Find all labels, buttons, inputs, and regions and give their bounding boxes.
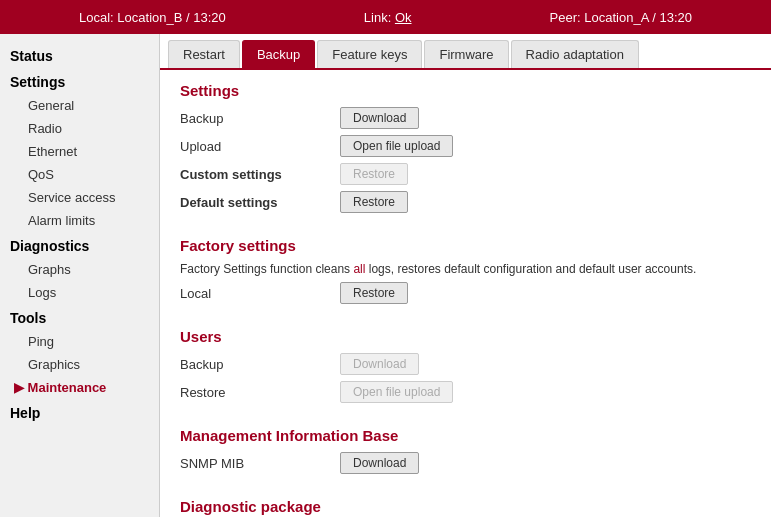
custom-restore-button[interactable]: Restore xyxy=(340,163,408,185)
sidebar-section-help[interactable]: Help xyxy=(0,399,159,425)
sidebar-item-qos[interactable]: QoS xyxy=(0,163,159,186)
peer-value: Location_A / 13:20 xyxy=(584,10,692,25)
mib-label: SNMP MIB xyxy=(180,456,340,471)
upload-button[interactable]: Open file upload xyxy=(340,135,453,157)
upload-label: Upload xyxy=(180,139,340,154)
link-value[interactable]: Ok xyxy=(395,10,412,25)
backup-download-button[interactable]: Download xyxy=(340,107,419,129)
sidebar-item-service-access[interactable]: Service access xyxy=(0,186,159,209)
peer-label: Peer: xyxy=(550,10,581,25)
users-restore-label: Restore xyxy=(180,385,340,400)
factory-all-text: all xyxy=(353,262,365,276)
link-info: Link: Ok xyxy=(364,10,412,25)
users-upload-button[interactable]: Open file upload xyxy=(340,381,453,403)
settings-section-title: Settings xyxy=(180,82,751,99)
local-info: Local: Location_B / 13:20 xyxy=(79,10,226,25)
factory-local-label: Local xyxy=(180,286,340,301)
users-backup-row: Backup Download xyxy=(180,353,751,375)
factory-restore-button[interactable]: Restore xyxy=(340,282,408,304)
top-bar: Local: Location_B / 13:20 Link: Ok Peer:… xyxy=(0,0,771,34)
local-label: Local: xyxy=(79,10,114,25)
main-layout: Status Settings General Radio Ethernet Q… xyxy=(0,34,771,517)
sidebar: Status Settings General Radio Ethernet Q… xyxy=(0,34,160,517)
default-settings-row: Default settings Restore xyxy=(180,191,751,213)
factory-local-row: Local Restore xyxy=(180,282,751,304)
peer-info: Peer: Location_A / 13:20 xyxy=(550,10,692,25)
tabs: Restart Backup Feature keys Firmware Rad… xyxy=(160,34,771,70)
sidebar-item-maintenance[interactable]: ▶ Maintenance xyxy=(0,376,159,399)
tab-feature-keys[interactable]: Feature keys xyxy=(317,40,422,68)
sidebar-section-status[interactable]: Status xyxy=(0,42,159,68)
upload-row: Upload Open file upload xyxy=(180,135,751,157)
sidebar-item-radio[interactable]: Radio xyxy=(0,117,159,140)
sidebar-item-ethernet[interactable]: Ethernet xyxy=(0,140,159,163)
custom-settings-row: Custom settings Restore xyxy=(180,163,751,185)
sidebar-item-graphics[interactable]: Graphics xyxy=(0,353,159,376)
custom-settings-label: Custom settings xyxy=(180,167,340,182)
users-download-button[interactable]: Download xyxy=(340,353,419,375)
sidebar-item-logs[interactable]: Logs xyxy=(0,281,159,304)
users-backup-label: Backup xyxy=(180,357,340,372)
default-settings-label: Default settings xyxy=(180,195,340,210)
users-section-title: Users xyxy=(180,328,751,345)
users-restore-row: Restore Open file upload xyxy=(180,381,751,403)
sidebar-item-graphs[interactable]: Graphs xyxy=(0,258,159,281)
tab-radio-adaptation[interactable]: Radio adaptation xyxy=(511,40,639,68)
factory-description: Factory Settings function cleans all log… xyxy=(180,262,751,276)
tab-firmware[interactable]: Firmware xyxy=(424,40,508,68)
local-value: Location_B / 13:20 xyxy=(117,10,225,25)
content-area: Restart Backup Feature keys Firmware Rad… xyxy=(160,34,771,517)
backup-row: Backup Download xyxy=(180,107,751,129)
sidebar-item-ping[interactable]: Ping xyxy=(0,330,159,353)
sidebar-section-diagnostics[interactable]: Diagnostics xyxy=(0,232,159,258)
sidebar-item-general[interactable]: General xyxy=(0,94,159,117)
factory-section-title: Factory settings xyxy=(180,237,751,254)
mib-row: SNMP MIB Download xyxy=(180,452,751,474)
sidebar-item-alarm-limits[interactable]: Alarm limits xyxy=(0,209,159,232)
link-label: Link: xyxy=(364,10,391,25)
backup-label: Backup xyxy=(180,111,340,126)
diag-section-title: Diagnostic package xyxy=(180,498,751,515)
tab-backup[interactable]: Backup xyxy=(242,40,315,68)
mib-download-button[interactable]: Download xyxy=(340,452,419,474)
mib-section-title: Management Information Base xyxy=(180,427,751,444)
sidebar-section-settings[interactable]: Settings xyxy=(0,68,159,94)
tab-restart[interactable]: Restart xyxy=(168,40,240,68)
default-restore-button[interactable]: Restore xyxy=(340,191,408,213)
backup-page-content: Settings Backup Download Upload Open fil… xyxy=(160,70,771,517)
sidebar-section-tools[interactable]: Tools xyxy=(0,304,159,330)
